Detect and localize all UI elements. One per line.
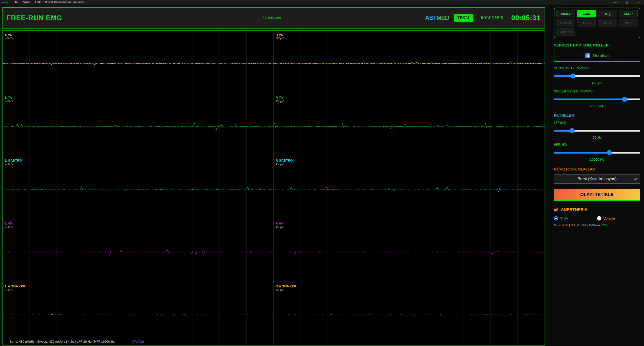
tab-cortical[interactable]: Cortical [556,28,575,36]
tab-eeg[interactable]: EEG [577,19,596,27]
sensitivity-label: SENSITIVITY (MV/DIV) [554,66,640,70]
emg-chart-area: L VL450µVR VL450µVL TA450µVR TA450µVL GA… [2,30,545,345]
window-title: IONM Professional Simulator [45,1,84,4]
menu-file[interactable]: File [10,0,20,4]
sensitivity-slider[interactable] [554,73,640,79]
hff-value: 10000 Hz [554,158,640,161]
chevron-down-icon [634,177,637,180]
app-logo-ast: AST [2,2,5,3]
emg-traces-svg [3,31,545,345]
pill-icon [554,208,558,212]
tab-baep[interactable]: BAEP [598,19,617,27]
sidebar: TcMEPEMGTrigSSEPD-WaveEEGBAEPVEPCortical… [550,5,644,346]
status-settings: Sens: 450 µV/div | Sweep: 420 ms/div | 4… [10,340,115,343]
stat-label-2: | D-Wave: [586,224,601,227]
tab-tcmep[interactable]: TcMEP [556,10,575,17]
close-button[interactable]: × [632,0,644,5]
sweep-slider-thumb[interactable] [622,97,627,102]
pause-button[interactable]: Duraklat [554,50,640,62]
sensitivity-slider-thumb[interactable] [570,73,575,79]
menu-view[interactable]: View [21,0,32,4]
app-logo-med: MED [5,2,8,3]
stat-label-0: MEP: [554,224,562,227]
trigger-event-button[interactable]: OLAYI TETİKLE [554,189,640,201]
status-bar: Sens: 450 µV/div | Sweep: 420 ms/div | 4… [10,340,540,343]
anesthesia-option-volatile[interactable]: Volatile [597,216,640,220]
view-mode-single-button[interactable]: TEKLİ [454,14,473,22]
anesthesia-option-tiva[interactable]: TIVA [554,216,597,220]
event-type-value: Burst (Kısa İrritasyon) [578,177,617,181]
brand-med: MED [436,14,449,21]
radio-checked-icon [554,216,558,220]
hff-label: HFF (HZ) [554,143,640,146]
maximize-button[interactable]: □ [621,0,632,5]
volatile-label: Volatile [603,216,615,220]
tab-vep[interactable]: VEP [619,19,638,27]
anesthesia-heading: ANESTHESIA [561,207,587,212]
menu-items: FileViewHelp [10,0,44,4]
lff-label: LFF (HZ) [554,121,640,125]
sensitivity-value: 450 µV [554,81,640,85]
hff-slider[interactable] [554,150,640,155]
tab-d-wave[interactable]: D-Wave [556,19,575,27]
pause-button-label: Duraklat [593,53,609,58]
app-logo-icon: ASTMED [2,2,8,3]
sweep-slider[interactable] [554,97,640,102]
sweep-label: SWEEP SPEED (MS/DIV) [554,89,640,93]
event-type-select[interactable]: Burst (Kısa İrritasyon) [554,174,640,184]
window-controls: — □ × [609,0,644,5]
radio-unchecked-icon [597,216,601,220]
filters-heading: FILTRELER [554,113,640,117]
lff-value: 20 Hz [554,136,640,139]
anesthesia-stats: MEP: 45% | SSEP: 83% | D-Wave: 92% [554,224,640,227]
neurotonic-events-heading: NÖROTONIK OLAYLAR [554,167,640,171]
speed-indicator: (YAVAŞ) [132,340,144,343]
menu-bar: ASTMED FileViewHelp IONM Professional Si… [0,0,644,5]
stat-label-1: | SSEP: [568,224,580,227]
controls-heading: SERBEST EMG KONTROLLERI [554,43,640,47]
view-mode-split-button[interactable]: BÖLÜNMÜŞ [478,14,506,22]
anesthesia-options: TIVA Volatile [554,216,640,220]
tab-trig[interactable]: Trig [598,10,617,17]
lff-slider[interactable] [554,128,640,133]
brand-ast: AST [425,14,436,21]
stat-value-2: 92% [602,224,608,227]
tiva-label: TIVA [560,216,568,220]
astmed-logo: ASTMED [425,14,449,21]
emg-header: FREE-RUN EMG Unknown - ASTMED TEKLİ BÖLÜ… [2,7,545,29]
sweep-value: 420 ms/div [554,104,640,108]
trigger-event-label: OLAYI TETİKLE [580,192,614,197]
lff-slider-thumb[interactable] [570,128,575,133]
hff-slider-thumb[interactable] [607,150,612,155]
pause-icon [585,53,590,58]
modality-tabs: TcMEPEMGTrigSSEPD-WaveEEGBAEPVEPCortical [554,8,640,38]
session-timer: 00:05:31 [511,14,541,22]
tab-ssep[interactable]: SSEP [619,10,638,17]
menu-help[interactable]: Help [33,0,44,4]
minimize-button[interactable]: — [609,0,621,5]
stat-value-1: 83% [580,224,586,227]
tab-emg[interactable]: EMG [577,10,596,17]
stat-value-0: 45% [562,224,568,227]
